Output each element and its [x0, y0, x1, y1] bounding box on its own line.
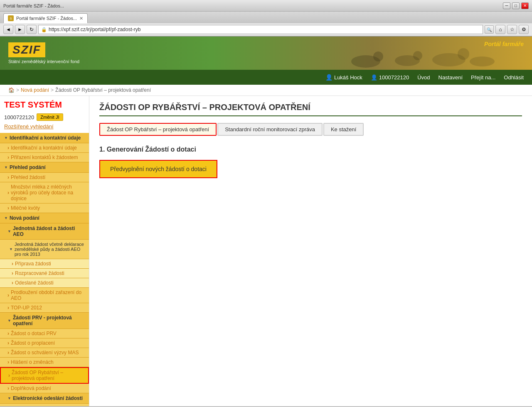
- tab-favicon: S: [8, 15, 14, 21]
- change-ji-button[interactable]: Změnit JI: [37, 113, 63, 121]
- sidebar: TEST SYSTÉM 1000722120 Změnit JI Rozšíře…: [0, 96, 89, 406]
- breadcrumb: 🏠 > Nová podání > Žádosti OP Rybářství –…: [0, 85, 532, 96]
- home-button[interactable]: ⌂: [495, 25, 505, 34]
- breadcrumb-home-icon[interactable]: 🏠: [8, 87, 15, 93]
- forward-button[interactable]: ►: [15, 25, 25, 34]
- sidebar-section-nova-podani: Nová podání: [0, 213, 89, 223]
- minimize-button[interactable]: ─: [503, 2, 510, 9]
- sidebar-item-prehled-zadosti[interactable]: Přehled žádostí: [0, 173, 89, 182]
- nav-bar: 👤 Lukáš Hock 👤 1000722120 Úvod Nastavení…: [0, 70, 532, 85]
- nav-user: 👤 Lukáš Hock: [325, 74, 362, 81]
- svg-point-1: [373, 51, 383, 61]
- favorites-button[interactable]: ☆: [507, 25, 517, 34]
- content-area: ŽÁDOSTI OP RYBÁŘSTVÍ – PROJEKTOVÁ OPATŘE…: [89, 96, 532, 406]
- section-generovani-title: 1. Generování Žádostí o dotaci: [99, 146, 522, 153]
- sidebar-group-nova-podani[interactable]: Nová podání: [0, 213, 89, 223]
- window-controls: ─ □ ✕: [503, 2, 529, 9]
- address-url: https://xpf.szif.cz/irj/portal/pf/pf-zad…: [49, 27, 140, 32]
- search-button[interactable]: 🔍: [485, 25, 494, 34]
- svg-point-3: [413, 51, 422, 60]
- header-logo: SZIF Státní zemědělský intervenční fond: [8, 42, 79, 64]
- tab-zadost-op-rybarstvi[interactable]: Žádost OP Rybářství – projektová opatřen…: [99, 123, 217, 136]
- nav-user-name[interactable]: Lukáš Hock: [334, 74, 362, 81]
- sidebar-section-identifikace: Identifikační a kontaktní údaje Identifi…: [0, 133, 89, 162]
- sidebar-section-prehled: Přehled podání Přehled žádostí Množství …: [0, 162, 89, 213]
- back-button[interactable]: ◄: [3, 25, 13, 34]
- page-title: ŽÁDOSTI OP RYBÁŘSTVÍ – PROJEKTOVÁ OPATŘE…: [99, 103, 522, 116]
- breadcrumb-sep2: >: [51, 87, 54, 93]
- sidebar-group-jednotna[interactable]: Jednotná žádost a žádosti AEO: [0, 223, 89, 240]
- sidebar-section-prv: Žádosti PRV - projektová opatření Žádost…: [0, 313, 89, 367]
- nav-prejit[interactable]: Přejít na...: [471, 74, 495, 81]
- sidebar-item-identifikacni-kontaktni[interactable]: Identifikační a kontaktní údaje: [0, 143, 89, 153]
- sidebar-group-prehled[interactable]: Přehled podání: [0, 162, 89, 173]
- sidebar-item-prodlouzeni[interactable]: Prodloužení období zařazení do AEO: [0, 288, 89, 303]
- close-button[interactable]: ✕: [521, 2, 529, 9]
- sidebar-item-prirazeni-kontaktu[interactable]: Přiřazení kontaktů k žádostem: [0, 153, 89, 162]
- sidebar-subgroup-jednotna-deklarace[interactable]: Jednotná žádost včetně deklarace zeměděl…: [0, 240, 89, 259]
- maximize-button[interactable]: □: [512, 2, 520, 9]
- sidebar-item-zadost-dotaci-prv[interactable]: Žádost o dotaci PRV: [0, 329, 89, 338]
- tab-ke-stazeni[interactable]: Ke stažení: [323, 123, 364, 136]
- main-layout: TEST SYSTÉM 1000722120 Změnit JI Rozšíře…: [0, 96, 532, 406]
- nav-user-id[interactable]: 1000722120: [379, 74, 409, 81]
- cattle-svg: [332, 37, 499, 70]
- tab-standardni-rocni[interactable]: Standardní roční monitorovací zpráva: [217, 123, 323, 136]
- sidebar-item-zadost-schvaleni-mas[interactable]: Žádost o schválení výzvy MAS: [0, 348, 89, 358]
- sidebar-item-priprava-zadosti[interactable]: Příprava žádosti: [0, 259, 89, 269]
- extended-search-link[interactable]: Rozšířené vyhledání: [0, 123, 89, 133]
- svg-point-5: [458, 48, 469, 60]
- address-bar[interactable]: 🔒 https://xpf.szif.cz/irj/portal/pf/pf-z…: [38, 25, 483, 34]
- address-bar-row: ◄ ► ↻ 🔒 https://xpf.szif.cz/irj/portal/p…: [0, 23, 532, 36]
- sidebar-item-hlaseni-zmenach[interactable]: Hlášení o změnách: [0, 358, 89, 367]
- sidebar-section-jednotna: Jednotná žádost a žádosti AEO Jednotná ž…: [0, 223, 89, 313]
- logo-szif-text: SZIF: [8, 42, 45, 57]
- sidebar-group-prv[interactable]: Žádosti PRV - projektová opatření: [0, 313, 89, 329]
- sidebar-group-elektronicke[interactable]: Elektronické odeslání žádosti: [0, 393, 89, 404]
- predvyplneni-button[interactable]: Předvyplnění nových žádostí o dotaci: [99, 160, 217, 178]
- nav-uvod[interactable]: Úvod: [417, 74, 430, 81]
- breadcrumb-nova-podani[interactable]: Nová podání: [21, 87, 49, 93]
- sidebar-item-zadost-proplaceni[interactable]: Žádost o proplacení: [0, 338, 89, 348]
- nav-user-icon2: 👤: [371, 74, 377, 81]
- sidebar-item-mnozstvi-mleka[interactable]: Množství mléka z mléčných výrobků pro úč…: [0, 182, 89, 204]
- tab-title: Portál farmáře SZIF - Žádos...: [16, 16, 77, 21]
- test-system-label: TEST SYSTÉM: [0, 96, 89, 112]
- refresh-button[interactable]: ↻: [27, 25, 37, 34]
- site-header: SZIF Státní zemědělský intervenční fond …: [0, 37, 532, 70]
- user-icon: 👤: [325, 74, 332, 81]
- svg-point-6: [470, 56, 495, 66]
- nav-odhlasit[interactable]: Odhlásit: [504, 74, 524, 81]
- sidebar-item-odeslane-aeo[interactable]: Odeslané žádosti: [0, 278, 89, 288]
- sidebar-section-elektronicke: Elektronické odeslání žádosti Rozpracova…: [0, 393, 89, 406]
- breadcrumb-current: Žádosti OP Rybářství – projektová opatře…: [55, 87, 151, 93]
- sidebar-group-identifikace[interactable]: Identifikační a kontaktní údaje: [0, 133, 89, 143]
- nav-nastaveni[interactable]: Nastavení: [438, 74, 463, 81]
- browser-tab-1[interactable]: S Portál farmáře SZIF - Žádos... ✕: [3, 13, 88, 23]
- sidebar-item-rozpracovane-aeo[interactable]: Rozpracované žádosti: [0, 269, 89, 278]
- tab-bar: S Portál farmáře SZIF - Žádos... ✕: [0, 12, 532, 23]
- user-id-row: 1000722120 Změnit JI: [0, 112, 89, 123]
- sidebar-item-zadosti-op-rybarstvi[interactable]: Žádosti OP Rybářství – projektová opatře…: [0, 367, 89, 384]
- sidebar-item-mlecne-kvoty[interactable]: Mléčné kvóty: [0, 204, 89, 213]
- window-title: Portál farmáře SZIF - Žádos...: [3, 3, 64, 8]
- title-bar: Portál farmáře SZIF - Žádos... ─ □ ✕: [0, 0, 532, 12]
- cattle-silhouette: [332, 37, 499, 70]
- address-actions: 🔍: [485, 25, 494, 34]
- breadcrumb-sep1: >: [16, 87, 19, 93]
- logo-subtitle: Státní zemědělský intervenční fond: [8, 59, 79, 64]
- tabs-row: Žádost OP Rybářství – projektová opatřen…: [99, 123, 522, 136]
- sidebar-item-topup[interactable]: TOP-UP 2012: [0, 303, 89, 313]
- sidebar-item-doplnkova-podani[interactable]: Doplňková podání: [0, 384, 89, 393]
- browser-chrome: Portál farmáře SZIF - Žádos... ─ □ ✕ S P…: [0, 0, 532, 37]
- toolbar-icons: ⌂ ☆ ⚙: [495, 25, 529, 34]
- section-generovani: 1. Generování Žádostí o dotaci Předvypln…: [99, 146, 522, 178]
- tools-button[interactable]: ⚙: [519, 25, 529, 34]
- sidebar-item-rozpracovane-el[interactable]: Rozpracované žádosti: [0, 404, 89, 406]
- sidebar-user-id: 1000722120: [4, 114, 34, 120]
- tab-close-button[interactable]: ✕: [79, 16, 83, 21]
- address-icon: 🔒: [41, 27, 47, 32]
- nav-user-id-wrapper: 👤 1000722120: [371, 74, 409, 81]
- page-wrapper: SZIF Státní zemědělský intervenční fond …: [0, 37, 532, 406]
